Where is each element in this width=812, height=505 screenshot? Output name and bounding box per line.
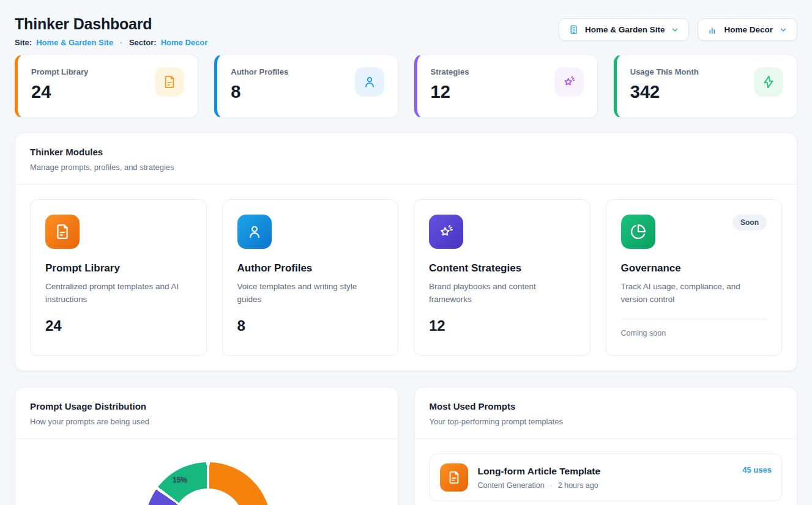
- module-description: Centralized prompt templates and AI inst…: [45, 281, 192, 306]
- donut-hole: [171, 488, 245, 505]
- stats-row: Prompt Library 24 Author Profiles 8 Stra…: [15, 54, 797, 118]
- stat-card-prompt-library: Prompt Library 24: [15, 54, 198, 118]
- prompt-item-text: Long-form Article Template Content Gener…: [478, 466, 601, 490]
- lightning-icon: [754, 67, 783, 97]
- building-icon: [568, 24, 579, 35]
- prompt-title: Long-form Article Template: [478, 466, 601, 477]
- document-icon: [45, 215, 80, 249]
- coming-soon-text: Coming soon: [621, 329, 767, 337]
- separator-dot: ·: [550, 481, 553, 490]
- document-icon: [155, 67, 184, 97]
- breadcrumb: Site: Home & Garden Site · Sector: Home …: [15, 38, 207, 47]
- divider: [621, 319, 767, 319]
- user-icon: [237, 215, 272, 249]
- site-link[interactable]: Home & Garden Site: [36, 38, 113, 47]
- module-title: Author Profiles: [237, 262, 384, 275]
- prompt-usage-card: Prompt Usage Distribution How your promp…: [15, 387, 398, 505]
- module-card-content-strategies[interactable]: Content Strategies Brand playbooks and c…: [414, 199, 590, 356]
- sector-label: Sector:: [129, 38, 157, 47]
- bar-chart-icon: [707, 24, 718, 35]
- stat-card-author-profiles: Author Profiles 8: [214, 54, 398, 118]
- sparkle-star-icon: [554, 67, 584, 97]
- prompt-time: 2 hours ago: [558, 481, 598, 490]
- chart-card-subtitle: How your prompts are being used: [30, 417, 383, 426]
- most-used-prompts-card: Most Used Prompts Your top-performing pr…: [414, 387, 798, 505]
- document-icon: [440, 463, 468, 492]
- donut-chart-area: 15%: [15, 439, 398, 505]
- stat-card-usage: Usage This Month 342: [614, 54, 797, 118]
- modules-panel-subtitle: Manage prompts, profiles, and strategies: [30, 163, 782, 172]
- bottom-row: Prompt Usage Distribution How your promp…: [15, 387, 797, 505]
- site-selector-label: Home & Garden Site: [585, 25, 665, 34]
- module-description: Brand playbooks and content frameworks: [429, 281, 575, 306]
- module-title: Governance: [621, 262, 767, 275]
- stat-card-strategies: Strategies 12: [414, 54, 598, 118]
- prompt-uses-badge: 45 uses: [742, 465, 772, 474]
- soon-badge: Soon: [732, 215, 767, 230]
- prompt-category: Content Generation: [478, 481, 545, 490]
- page-title: Thinker Dashboard: [15, 15, 207, 33]
- page-header: Thinker Dashboard Site: Home & Garden Si…: [15, 15, 797, 47]
- separator-dot: ·: [117, 39, 125, 47]
- chart-card-title: Prompt Usage Distribution: [30, 401, 383, 411]
- module-card-author-profiles[interactable]: Author Profiles Voice templates and writ…: [222, 199, 399, 356]
- chart-card-header: Prompt Usage Distribution How your promp…: [15, 388, 398, 438]
- module-card-prompt-library[interactable]: Prompt Library Centralized prompt templa…: [30, 199, 207, 356]
- module-title: Content Strategies: [429, 262, 575, 275]
- prompts-card-title: Most Used Prompts: [430, 401, 783, 411]
- thinker-modules-panel: Thinker Modules Manage prompts, profiles…: [15, 133, 797, 371]
- site-label: Site:: [15, 38, 32, 47]
- module-description: Voice templates and writing style guides: [237, 281, 384, 306]
- header-controls: Home & Garden Site Home Decor: [559, 18, 797, 41]
- modules-grid: Prompt Library Centralized prompt templa…: [15, 185, 797, 370]
- dashboard-page: Thinker Dashboard Site: Home & Garden Si…: [0, 0, 812, 505]
- chevron-down-icon: [779, 26, 788, 34]
- page-header-left: Thinker Dashboard Site: Home & Garden Si…: [15, 15, 207, 47]
- divider: [415, 438, 797, 439]
- module-count: 8: [237, 317, 384, 334]
- module-count: 12: [429, 317, 575, 334]
- user-icon: [355, 67, 384, 97]
- prompt-list-item[interactable]: Long-form Article Template Content Gener…: [430, 454, 783, 501]
- sparkle-star-icon: [429, 215, 463, 249]
- site-selector-button[interactable]: Home & Garden Site: [559, 18, 690, 41]
- modules-panel-header: Thinker Modules Manage prompts, profiles…: [15, 133, 797, 184]
- pie-chart-icon: [621, 215, 655, 249]
- sector-link[interactable]: Home Decor: [161, 38, 208, 47]
- module-title: Prompt Library: [45, 262, 192, 275]
- prompts-card-subtitle: Your top-performing prompt templates: [430, 417, 783, 426]
- sector-selector-button[interactable]: Home Decor: [698, 18, 797, 41]
- prompt-meta: Content Generation · 2 hours ago: [478, 481, 601, 490]
- module-description: Track AI usage, compliance, and version …: [621, 281, 767, 306]
- prompts-card-header: Most Used Prompts Your top-performing pr…: [415, 388, 797, 438]
- chevron-down-icon: [671, 26, 679, 34]
- modules-panel-title: Thinker Modules: [30, 147, 782, 157]
- module-card-governance[interactable]: Soon Governance Track AI usage, complian…: [606, 199, 783, 356]
- donut-segment-label: 15%: [173, 476, 187, 484]
- donut-chart: 15%: [145, 462, 271, 505]
- sector-selector-label: Home Decor: [724, 25, 773, 34]
- module-count: 24: [45, 317, 192, 334]
